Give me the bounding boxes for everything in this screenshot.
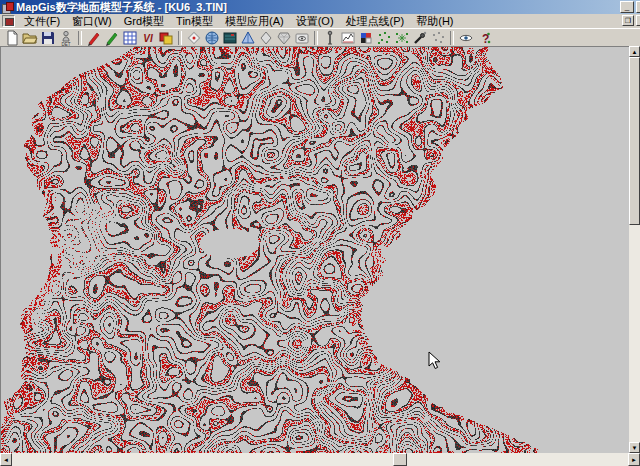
scatter-points-icon[interactable]	[375, 29, 393, 46]
menu-items: 文件(F)窗口(W)Grd模型Tin模型模型应用(A)设置(O)处理点线(P)帮…	[18, 14, 460, 28]
child-window-controls: ❐×_	[622, 15, 640, 26]
window-title: MapGis数字地面模型子系统 - [KU6_3.TIN]	[16, 0, 227, 15]
scroll-down-button[interactable]: ▼	[629, 442, 640, 453]
red-pen-icon[interactable]	[85, 29, 103, 46]
toolbar-separator	[78, 31, 82, 45]
scatter-star-icon[interactable]	[393, 29, 411, 46]
globe-mesh-icon[interactable]	[203, 29, 221, 46]
color-square-icon[interactable]	[357, 29, 375, 46]
menu-item-6[interactable]: 处理点线(P)	[340, 14, 411, 28]
horizontal-scroll-track[interactable]	[12, 453, 628, 466]
vertical-scrollbar[interactable]: ▲ ▼	[629, 46, 640, 453]
toolbar: DETVI?	[0, 28, 640, 46]
toolbar-separator	[314, 31, 318, 45]
child-restore-button[interactable]: ❐	[622, 15, 634, 26]
menu-item-7[interactable]: 帮助(H)	[410, 14, 459, 28]
minimize-button[interactable]: _	[620, 1, 634, 13]
grid-icon[interactable]	[121, 29, 139, 46]
save-icon[interactable]	[39, 29, 57, 46]
card-eye-icon[interactable]	[293, 29, 311, 46]
toolbar-separator	[178, 31, 182, 45]
scatter-gray-icon[interactable]	[429, 29, 447, 46]
det-statue-icon[interactable]: DET	[57, 29, 75, 46]
help-icon[interactable]: ?	[475, 29, 493, 46]
pipe-tool-icon[interactable]	[411, 29, 429, 46]
menu-item-1[interactable]: 窗口(W)	[66, 14, 118, 28]
color-tiles-icon[interactable]	[157, 29, 175, 46]
dark-panel-icon[interactable]	[221, 29, 239, 46]
open-folder-icon[interactable]	[21, 29, 39, 46]
eye-icon[interactable]	[457, 29, 475, 46]
mapgis-window: { "window": { "title": "MapGis数字地面模型子系统 …	[0, 0, 640, 466]
toolbar-separator	[450, 31, 454, 45]
vertical-scroll-thumb[interactable]	[629, 57, 640, 225]
prism-icon[interactable]	[239, 29, 257, 46]
horizontal-scrollbar[interactable]: ◄ ►	[0, 453, 640, 466]
map-viewport[interactable]	[0, 46, 629, 453]
svg-text:VI: VI	[143, 33, 153, 44]
child-close-button[interactable]: ×	[636, 15, 640, 26]
window-controls: _□×	[620, 1, 640, 13]
maximize-button[interactable]: □	[636, 1, 640, 13]
crystal-icon[interactable]	[275, 29, 293, 46]
title-bar: MapGis数字地面模型子系统 - [KU6_3.TIN] _□×	[0, 0, 640, 14]
svg-text:DET: DET	[62, 41, 71, 46]
mapgis-logo-icon	[2, 2, 13, 13]
menu-bar: 文件(F)窗口(W)Grd模型Tin模型模型应用(A)设置(O)处理点线(P)帮…	[0, 14, 640, 29]
scroll-right-button[interactable]: ►	[628, 453, 640, 466]
menu-item-4[interactable]: 模型应用(A)	[219, 14, 290, 28]
document-window-icon	[2, 15, 15, 27]
lamp-icon[interactable]	[185, 29, 203, 46]
menu-item-2[interactable]: Grd模型	[118, 14, 170, 28]
green-pen-icon[interactable]	[103, 29, 121, 46]
scroll-left-button[interactable]: ◄	[0, 453, 12, 466]
menu-item-3[interactable]: Tin模型	[170, 14, 219, 28]
menu-item-0[interactable]: 文件(F)	[18, 14, 66, 28]
profile-chart-icon[interactable]	[339, 29, 357, 46]
horizontal-scroll-thumb[interactable]	[393, 453, 407, 466]
diamond-icon[interactable]	[257, 29, 275, 46]
new-document-icon[interactable]	[3, 29, 21, 46]
tin-contour-map-canvas[interactable]	[1, 47, 629, 453]
scroll-up-button[interactable]: ▲	[629, 46, 640, 57]
vi-icon[interactable]: VI	[139, 29, 157, 46]
menu-item-5[interactable]: 设置(O)	[290, 14, 340, 28]
plumb-pin-icon[interactable]	[321, 29, 339, 46]
